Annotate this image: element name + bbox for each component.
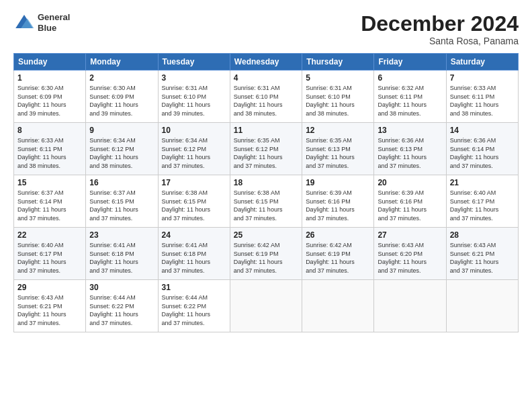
day-info: Sunrise: 6:35 AM Sunset: 6:13 PM Dayligh… — [306, 136, 370, 170]
day-info: Sunrise: 6:44 AM Sunset: 6:22 PM Dayligh… — [162, 293, 226, 327]
day-number: 6 — [378, 73, 442, 83]
day-info: Sunrise: 6:37 AM Sunset: 6:15 PM Dayligh… — [89, 189, 154, 222]
day-cell: 15Sunrise: 6:37 AM Sunset: 6:14 PM Dayli… — [14, 175, 86, 228]
day-cell: 30Sunrise: 6:44 AM Sunset: 6:22 PM Dayli… — [86, 280, 158, 332]
day-cell: 4Sunrise: 6:31 AM Sunset: 6:10 PM Daylig… — [230, 71, 302, 123]
day-info: Sunrise: 6:34 AM Sunset: 6:12 PM Dayligh… — [162, 136, 226, 170]
day-info: Sunrise: 6:36 AM Sunset: 6:13 PM Dayligh… — [378, 136, 442, 170]
day-number: 8 — [17, 126, 82, 135]
day-info: Sunrise: 6:31 AM Sunset: 6:10 PM Dayligh… — [162, 84, 226, 118]
day-cell: 3Sunrise: 6:31 AM Sunset: 6:10 PM Daylig… — [158, 71, 230, 123]
day-info: Sunrise: 6:35 AM Sunset: 6:12 PM Dayligh… — [234, 136, 298, 170]
day-cell: 25Sunrise: 6:42 AM Sunset: 6:19 PM Dayli… — [230, 228, 302, 280]
calendar: SundayMondayTuesdayWednesdayThursdayFrid… — [13, 53, 519, 332]
day-cell: 19Sunrise: 6:39 AM Sunset: 6:16 PM Dayli… — [302, 175, 374, 228]
day-cell: 31Sunrise: 6:44 AM Sunset: 6:22 PM Dayli… — [158, 280, 230, 332]
dow-header-sunday: Sunday — [14, 54, 86, 71]
day-info: Sunrise: 6:42 AM Sunset: 6:19 PM Dayligh… — [306, 241, 370, 275]
day-number: 1 — [17, 73, 82, 83]
day-cell: 13Sunrise: 6:36 AM Sunset: 6:13 PM Dayli… — [374, 123, 446, 175]
day-cell: 7Sunrise: 6:33 AM Sunset: 6:11 PM Daylig… — [446, 71, 518, 123]
day-info: Sunrise: 6:43 AM Sunset: 6:21 PM Dayligh… — [450, 241, 515, 275]
day-info: Sunrise: 6:36 AM Sunset: 6:14 PM Dayligh… — [450, 136, 515, 170]
day-info: Sunrise: 6:38 AM Sunset: 6:15 PM Dayligh… — [162, 189, 226, 222]
day-info: Sunrise: 6:44 AM Sunset: 6:22 PM Dayligh… — [89, 293, 154, 327]
day-number: 10 — [162, 126, 226, 135]
day-cell: 20Sunrise: 6:39 AM Sunset: 6:16 PM Dayli… — [374, 175, 446, 228]
day-cell: 27Sunrise: 6:43 AM Sunset: 6:20 PM Dayli… — [374, 228, 446, 280]
day-cell: 6Sunrise: 6:32 AM Sunset: 6:11 PM Daylig… — [374, 71, 446, 123]
title-block: December 2024 Santa Rosa, Panama — [361, 12, 519, 46]
dow-header-friday: Friday — [374, 54, 446, 71]
day-number: 23 — [89, 230, 154, 240]
day-number: 15 — [17, 178, 82, 187]
logo-text: General Blue — [38, 12, 70, 33]
location-subtitle: Santa Rosa, Panama — [361, 36, 519, 46]
day-cell: 2Sunrise: 6:30 AM Sunset: 6:09 PM Daylig… — [86, 71, 158, 123]
day-number: 12 — [306, 126, 370, 135]
day-cell: 17Sunrise: 6:38 AM Sunset: 6:15 PM Dayli… — [158, 175, 230, 228]
day-cell: 24Sunrise: 6:41 AM Sunset: 6:18 PM Dayli… — [158, 228, 230, 280]
day-number: 14 — [450, 126, 515, 135]
day-cell: 8Sunrise: 6:33 AM Sunset: 6:11 PM Daylig… — [14, 123, 86, 175]
logo: General Blue — [13, 12, 70, 34]
day-cell: 1Sunrise: 6:30 AM Sunset: 6:09 PM Daylig… — [14, 71, 86, 123]
day-info: Sunrise: 6:32 AM Sunset: 6:11 PM Dayligh… — [378, 84, 442, 118]
day-number: 18 — [234, 178, 298, 187]
day-number: 3 — [162, 73, 226, 83]
day-number: 25 — [234, 230, 298, 240]
week-row-4: 22Sunrise: 6:40 AM Sunset: 6:17 PM Dayli… — [14, 228, 519, 280]
day-number: 20 — [378, 178, 442, 187]
day-info: Sunrise: 6:40 AM Sunset: 6:17 PM Dayligh… — [450, 189, 515, 222]
page: General Blue December 2024 Santa Rosa, P… — [0, 0, 532, 411]
day-cell — [446, 280, 518, 332]
day-info: Sunrise: 6:41 AM Sunset: 6:18 PM Dayligh… — [89, 241, 154, 275]
day-info: Sunrise: 6:43 AM Sunset: 6:21 PM Dayligh… — [17, 293, 82, 327]
day-number: 27 — [378, 230, 442, 240]
day-of-week-row: SundayMondayTuesdayWednesdayThursdayFrid… — [14, 54, 519, 71]
day-number: 24 — [162, 230, 226, 240]
day-info: Sunrise: 6:39 AM Sunset: 6:16 PM Dayligh… — [378, 189, 442, 222]
day-cell: 16Sunrise: 6:37 AM Sunset: 6:15 PM Dayli… — [86, 175, 158, 228]
day-number: 16 — [89, 178, 154, 187]
day-info: Sunrise: 6:40 AM Sunset: 6:17 PM Dayligh… — [17, 241, 82, 275]
day-cell: 12Sunrise: 6:35 AM Sunset: 6:13 PM Dayli… — [302, 123, 374, 175]
day-cell: 10Sunrise: 6:34 AM Sunset: 6:12 PM Dayli… — [158, 123, 230, 175]
day-cell: 28Sunrise: 6:43 AM Sunset: 6:21 PM Dayli… — [446, 228, 518, 280]
day-cell: 14Sunrise: 6:36 AM Sunset: 6:14 PM Dayli… — [446, 123, 518, 175]
week-row-5: 29Sunrise: 6:43 AM Sunset: 6:21 PM Dayli… — [14, 280, 519, 332]
day-info: Sunrise: 6:30 AM Sunset: 6:09 PM Dayligh… — [17, 84, 82, 118]
day-cell: 26Sunrise: 6:42 AM Sunset: 6:19 PM Dayli… — [302, 228, 374, 280]
day-number: 9 — [89, 126, 154, 135]
day-info: Sunrise: 6:34 AM Sunset: 6:12 PM Dayligh… — [89, 136, 154, 170]
day-cell: 21Sunrise: 6:40 AM Sunset: 6:17 PM Dayli… — [446, 175, 518, 228]
day-info: Sunrise: 6:30 AM Sunset: 6:09 PM Dayligh… — [89, 84, 154, 118]
day-number: 2 — [89, 73, 154, 83]
day-cell: 18Sunrise: 6:38 AM Sunset: 6:15 PM Dayli… — [230, 175, 302, 228]
day-cell — [374, 280, 446, 332]
week-row-3: 15Sunrise: 6:37 AM Sunset: 6:14 PM Dayli… — [14, 175, 519, 228]
week-row-2: 8Sunrise: 6:33 AM Sunset: 6:11 PM Daylig… — [14, 123, 519, 175]
week-row-1: 1Sunrise: 6:30 AM Sunset: 6:09 PM Daylig… — [14, 71, 519, 123]
day-cell: 29Sunrise: 6:43 AM Sunset: 6:21 PM Dayli… — [14, 280, 86, 332]
day-cell: 9Sunrise: 6:34 AM Sunset: 6:12 PM Daylig… — [86, 123, 158, 175]
month-title: December 2024 — [361, 12, 519, 36]
day-number: 17 — [162, 178, 226, 187]
day-info: Sunrise: 6:31 AM Sunset: 6:10 PM Dayligh… — [234, 84, 298, 118]
day-cell: 23Sunrise: 6:41 AM Sunset: 6:18 PM Dayli… — [86, 228, 158, 280]
day-cell: 22Sunrise: 6:40 AM Sunset: 6:17 PM Dayli… — [14, 228, 86, 280]
day-number: 22 — [17, 230, 82, 240]
day-number: 28 — [450, 230, 515, 240]
dow-header-tuesday: Tuesday — [158, 54, 230, 71]
day-info: Sunrise: 6:39 AM Sunset: 6:16 PM Dayligh… — [306, 189, 370, 222]
dow-header-monday: Monday — [86, 54, 158, 71]
day-info: Sunrise: 6:33 AM Sunset: 6:11 PM Dayligh… — [450, 84, 515, 118]
logo-icon — [13, 12, 35, 34]
day-number: 13 — [378, 126, 442, 135]
day-cell — [302, 280, 374, 332]
day-cell — [230, 280, 302, 332]
day-info: Sunrise: 6:41 AM Sunset: 6:18 PM Dayligh… — [162, 241, 226, 275]
day-number: 29 — [17, 283, 82, 292]
day-info: Sunrise: 6:38 AM Sunset: 6:15 PM Dayligh… — [234, 189, 298, 222]
day-number: 7 — [450, 73, 515, 83]
